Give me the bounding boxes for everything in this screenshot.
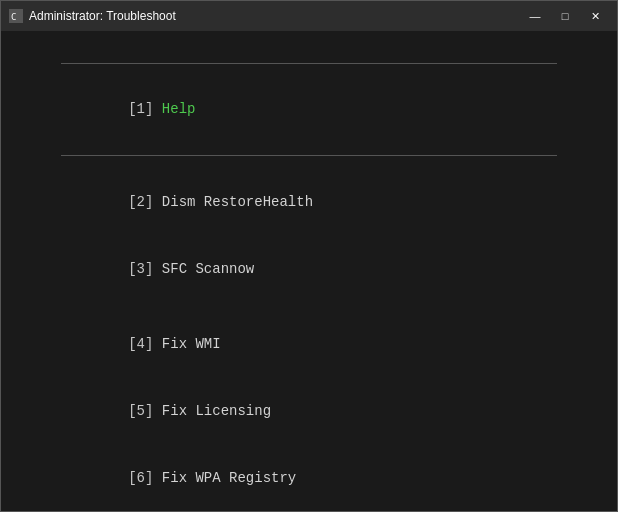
minimize-button[interactable]: — <box>521 6 549 26</box>
menu-item-4: [4] Fix WMI <box>61 311 557 378</box>
title-bar: C Administrator: Troubleshoot — □ ✕ <box>1 1 617 31</box>
label-help: Help <box>162 101 196 117</box>
menu-item-6: [6] Fix WPA Registry <box>61 445 557 512</box>
menu-item-5: [5] Fix Licensing <box>61 378 557 445</box>
label-fix-licensing: Fix Licensing <box>162 403 271 419</box>
menu-item-2: [2] Dism RestoreHealth <box>61 168 557 235</box>
separator-top <box>61 63 557 64</box>
close-button[interactable]: ✕ <box>581 6 609 26</box>
menu-group-help: [1] Help <box>61 76 557 143</box>
bracket-1: [1] <box>128 101 162 117</box>
title-bar-left: C Administrator: Troubleshoot <box>9 9 176 23</box>
title-bar-controls: — □ ✕ <box>521 6 609 26</box>
bracket-6: [6] <box>128 470 162 486</box>
menu-item-1: [1] Help <box>61 76 557 143</box>
label-fix-wmi: Fix WMI <box>162 336 221 352</box>
menu-item-3: [3] SFC Scannow <box>61 235 557 302</box>
bracket-5: [5] <box>128 403 162 419</box>
bracket-3: [3] <box>128 261 162 277</box>
menu-group-repair: [2] Dism RestoreHealth [3] SFC Scannow <box>61 168 557 302</box>
terminal-content: [1] Help [2] Dism RestoreHealth [3] SFC … <box>1 31 617 512</box>
menu-group-fix: [4] Fix WMI [5] Fix Licensing [6] Fix WP… <box>61 311 557 512</box>
separator-1 <box>61 155 557 156</box>
maximize-button[interactable]: □ <box>551 6 579 26</box>
label-dism: Dism RestoreHealth <box>162 194 313 210</box>
label-sfc: SFC Scannow <box>162 261 254 277</box>
label-fix-wpa: Fix WPA Registry <box>162 470 296 486</box>
bracket-2: [2] <box>128 194 162 210</box>
bracket-4: [4] <box>128 336 162 352</box>
window-title: Administrator: Troubleshoot <box>29 9 176 23</box>
terminal-icon: C <box>9 9 23 23</box>
svg-text:C: C <box>11 12 16 22</box>
main-window: C Administrator: Troubleshoot — □ ✕ [1] … <box>0 0 618 512</box>
